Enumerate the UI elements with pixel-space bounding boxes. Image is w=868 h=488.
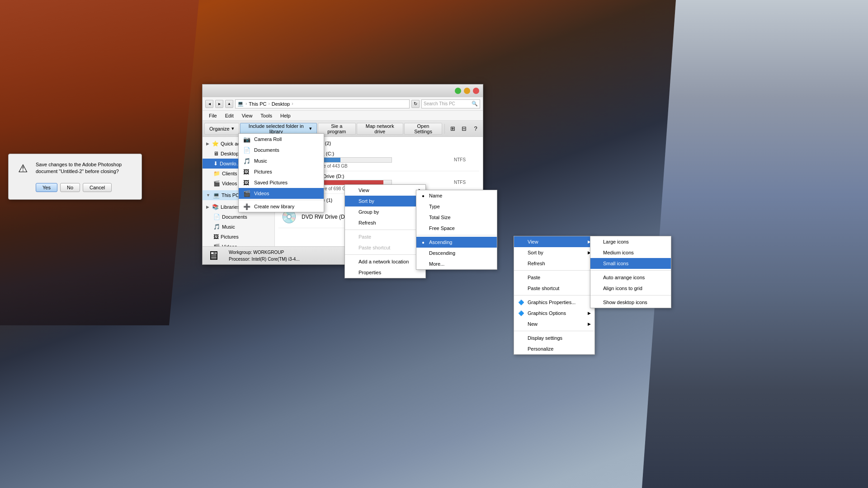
sortby-type[interactable]: Type [416,201,497,212]
sidebar-item-videos[interactable]: 🎬 Videos [203,242,274,246]
dctx-sep2 [514,295,594,296]
path-desktop[interactable]: Desktop [272,101,290,107]
videos-icon: 🎬 [243,190,250,197]
toolbar-separator [444,124,445,134]
dctx-new[interactable]: New ▶ [514,319,594,329]
view-large-icons[interactable]: Large icons [590,236,671,247]
menu-help[interactable]: Help [277,112,294,119]
path-computer-icon: 💻 [237,101,244,107]
library-create-new[interactable]: ➕ Create new library [239,201,324,212]
refresh-address-button[interactable]: ↻ [411,100,420,108]
ctx-add-network[interactable]: Add a network location [345,256,425,267]
desktop-view-submenu: Large icons Medium icons Small icons Aut… [590,236,671,308]
sortby-name[interactable]: ● Name [416,190,497,201]
organize-button[interactable]: Organize ▾ [204,123,239,135]
workgroup-info: Workgroup: WORKGROUP [229,249,300,256]
dctx-graphics-options[interactable]: 🔷 Graphics Options ▶ [514,308,594,319]
graphics-opt-icon: 🔷 [518,310,525,316]
ctx-paste-shortcut: Paste shortcut [345,242,425,253]
desktop-context-menu: View ▶ Sort by ▶ Refresh Paste Paste sho… [514,236,595,355]
saved-pictures-icon: 🖼 [243,179,250,186]
dctx-display-settings[interactable]: Display settings [514,333,594,343]
dctx-sortby[interactable]: Sort by ▶ [514,247,594,258]
music-icon: 🎵 [243,158,250,164]
ctx-view[interactable]: View ▶ [345,185,425,196]
library-camera-roll[interactable]: 📷 Camera Roll [239,134,324,145]
ctx-sep1 [345,230,425,230]
view-show-desktop[interactable]: Show desktop icons [590,297,671,308]
pc-status-icon: 🖥 [207,248,220,263]
dctx-refresh[interactable]: Refresh [514,258,594,269]
dctx-graphics-properties[interactable]: 🔷 Graphics Properties... [514,297,594,308]
status-info: Workgroup: WORKGROUP Processor: Intel(R)… [229,249,300,263]
documents-icon: 📄 [243,147,250,154]
menu-view[interactable]: View [238,112,256,119]
sortby-freespace[interactable]: Free Space [416,223,497,234]
dctx-personalize[interactable]: Personalize [514,343,594,354]
alert-dialog: ⚠ Save changes to the Adobe Photoshop do… [8,154,142,200]
organize-arrow-icon: ▾ [231,126,234,131]
menu-edit[interactable]: Edit [222,112,237,119]
context-menu: View ▶ Sort by ▶ Group by ▶ Refresh Past… [344,184,426,278]
map-network-button[interactable]: Map network drive [357,123,403,135]
sortby-ascending[interactable]: ● Ascending [416,237,497,248]
ctx-properties[interactable]: Properties [345,267,425,278]
forward-button[interactable]: ▸ [215,100,223,108]
menu-tools[interactable]: Tools [257,112,276,119]
address-bar: ◂ ▸ ▲ 💻 › This PC › Desktop › ↻ Search T… [203,97,483,111]
help-button[interactable]: ? [470,123,481,135]
view-pane-button[interactable]: ⊞ [447,123,458,135]
alert-message: Save changes to the Adobe Photoshop docu… [36,161,134,175]
dctx-sep3 [514,331,594,331]
see-program-button[interactable]: Sie a program [318,123,356,135]
sortby-totalsize[interactable]: Total Size [416,212,497,223]
address-path[interactable]: 💻 › This PC › Desktop › [235,99,410,108]
dctx-paste[interactable]: Paste [514,272,594,283]
close-button[interactable] [473,88,479,94]
ctx-sortby[interactable]: Sort by ▶ [345,196,425,206]
sortby-sep [416,235,497,235]
dctx-view[interactable]: View ▶ [514,236,594,247]
dctx-paste-shortcut[interactable]: Paste shortcut [514,283,594,294]
dctx-sep1 [514,270,594,271]
sidebar-item-documents[interactable]: 📄 Documents [203,212,274,222]
sortby-more[interactable]: More... [416,258,497,269]
cancel-button[interactable]: Cancel [83,183,112,192]
view-medium-icons[interactable]: Medium icons [590,247,671,258]
library-videos[interactable]: 🎬 Videos [239,188,324,199]
library-saved-pictures[interactable]: 🖼 Saved Pictures [239,177,324,188]
maximize-button[interactable] [455,88,461,94]
removable-name: DVD RW Drive (D:) [302,214,348,220]
no-button[interactable]: No [60,183,80,192]
warning-icon: ⚠ [16,161,30,176]
up-button[interactable]: ▲ [225,100,233,108]
include-library-button[interactable]: Include selected folder in library ▾ [240,123,317,135]
ctx-sep2 [345,254,425,255]
view-large-button[interactable]: ⊟ [459,123,470,135]
view-small-icons[interactable]: Small icons [590,258,671,269]
back-button[interactable]: ◂ [205,100,213,108]
ctx-groupby[interactable]: Group by ▶ [345,206,425,217]
search-box[interactable]: Search This PC 🔍 [421,99,480,108]
pictures-icon: 🖼 [243,169,250,175]
library-documents[interactable]: 📄 Documents [239,145,324,155]
camera-roll-icon: 📷 [243,136,250,143]
open-settings-button[interactable]: Open Settings [404,123,443,135]
sortby-submenu: ● Name Type Total Size Free Space ● Asce… [416,190,497,270]
library-separator [239,200,324,200]
view-align-grid[interactable]: Align icons to grid [590,283,671,294]
search-icon[interactable]: 🔍 [472,101,478,107]
sidebar-item-music[interactable]: 🎵 Music [203,222,274,232]
library-music[interactable]: 🎵 Music [239,155,324,166]
minimize-button[interactable] [464,88,470,94]
ctx-refresh[interactable]: Refresh [345,217,425,228]
library-pictures[interactable]: 🖼 Pictures [239,166,324,177]
sortby-descending[interactable]: Descending [416,248,497,258]
title-bar [203,84,483,97]
path-this-pc[interactable]: This PC [249,101,266,107]
menu-file[interactable]: File [205,112,221,119]
library-dropdown-menu: 📷 Camera Roll 📄 Documents 🎵 Music 🖼 Pict… [238,133,324,212]
view-auto-arrange[interactable]: Auto arrange icons [590,272,671,283]
sidebar-item-pictures[interactable]: 🖼 Pictures [203,232,274,242]
yes-button[interactable]: Yes [36,183,57,192]
